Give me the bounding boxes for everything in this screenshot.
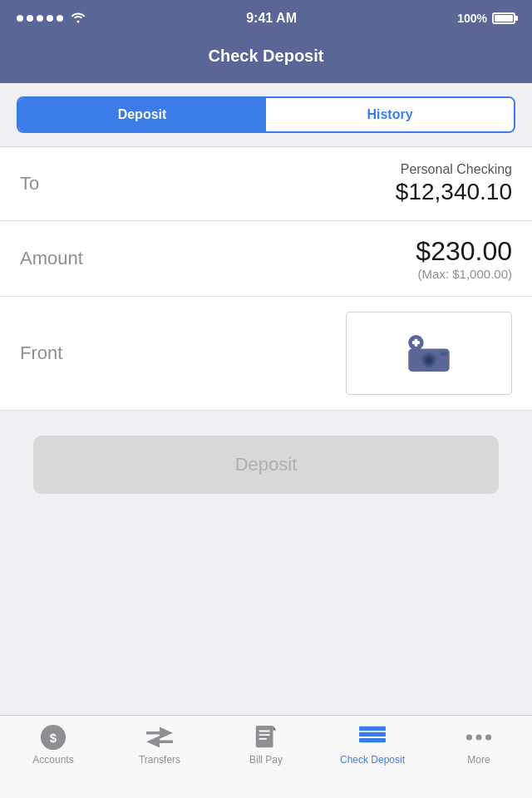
tab-more[interactable]: More — [426, 724, 532, 766]
svg-rect-17 — [359, 727, 386, 731]
signal-area — [17, 12, 86, 26]
to-label: To — [20, 173, 39, 195]
svg-text:$: $ — [50, 731, 57, 745]
accounts-label: Accounts — [32, 754, 73, 766]
svg-marker-11 — [146, 736, 173, 747]
segmented-control: Deposit History — [17, 96, 515, 133]
tab-accounts[interactable]: $ Accounts — [0, 724, 106, 766]
history-tab[interactable]: History — [266, 98, 514, 131]
svg-rect-15 — [259, 734, 270, 736]
deposit-submit-button[interactable]: Deposit — [33, 436, 499, 494]
transfers-label: Transfers — [139, 754, 180, 766]
svg-marker-13 — [273, 726, 276, 731]
segmented-container: Deposit History — [0, 83, 532, 147]
svg-point-20 — [466, 734, 472, 740]
svg-rect-16 — [259, 738, 267, 740]
svg-rect-18 — [359, 732, 386, 736]
svg-rect-12 — [256, 726, 273, 747]
signal-dot-4 — [47, 15, 53, 22]
account-name: Personal Checking — [396, 162, 512, 177]
account-balance: $12,340.10 — [396, 179, 512, 205]
camera-icon — [402, 332, 456, 375]
signal-dot-2 — [27, 15, 33, 22]
deposit-button-container: Deposit — [0, 411, 532, 519]
check-deposit-label: Check Deposit — [340, 754, 405, 766]
amount-max: (Max: $1,000.00) — [416, 267, 512, 281]
wifi-icon — [71, 12, 86, 26]
svg-point-6 — [426, 357, 431, 363]
svg-point-21 — [475, 734, 481, 740]
amount-info: $230.00 (Max: $1,000.00) — [416, 236, 512, 281]
tab-bar: $ Accounts Transfers Bill Pay — [0, 715, 532, 798]
amount-row[interactable]: Amount $230.00 (Max: $1,000.00) — [0, 221, 532, 297]
status-time: 9:41 AM — [246, 11, 297, 26]
front-row: Front — [0, 297, 532, 411]
form-content: To Personal Checking $12,340.10 Amount $… — [0, 147, 532, 411]
tab-bill-pay[interactable]: Bill Pay — [213, 724, 319, 766]
more-label: More — [467, 754, 490, 766]
amount-label: Amount — [20, 248, 83, 269]
accounts-icon: $ — [40, 724, 66, 751]
svg-rect-14 — [259, 731, 270, 732]
tab-check-deposit[interactable]: Check Deposit — [319, 724, 426, 766]
to-row[interactable]: To Personal Checking $12,340.10 — [0, 147, 532, 221]
signal-dot-3 — [37, 15, 43, 22]
svg-point-22 — [485, 734, 491, 740]
svg-rect-19 — [359, 738, 386, 742]
nav-header: Check Deposit — [0, 37, 532, 83]
bill-pay-label: Bill Pay — [249, 754, 283, 766]
deposit-tab[interactable]: Deposit — [18, 98, 266, 131]
account-info: Personal Checking $12,340.10 — [396, 162, 512, 205]
svg-rect-2 — [415, 339, 418, 347]
more-icon — [466, 724, 492, 751]
nav-title: Check Deposit — [209, 47, 324, 66]
svg-rect-7 — [441, 352, 446, 356]
battery-percent: 100% — [457, 12, 487, 25]
battery-icon — [492, 12, 515, 24]
amount-value: $230.00 — [416, 236, 512, 267]
battery-area: 100% — [457, 12, 515, 25]
bill-pay-icon — [253, 724, 279, 751]
signal-dot-1 — [17, 15, 23, 22]
status-bar: 9:41 AM 100% — [0, 0, 532, 37]
transfers-icon — [146, 724, 173, 751]
tab-transfers[interactable]: Transfers — [106, 724, 213, 766]
camera-button[interactable] — [346, 312, 512, 395]
check-deposit-icon — [359, 724, 386, 751]
signal-dot-5 — [57, 15, 63, 22]
front-label: Front — [20, 342, 62, 364]
